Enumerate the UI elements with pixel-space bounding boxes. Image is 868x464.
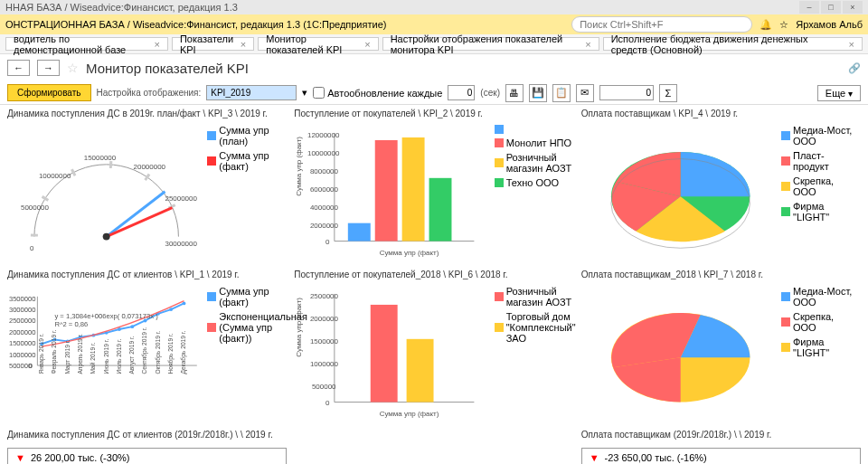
svg-rect-22 xyxy=(402,137,425,241)
maximize-button[interactable]: □ xyxy=(821,1,841,14)
svg-text:Август 2019 г.: Август 2019 г. xyxy=(128,336,136,374)
close-icon[interactable]: × xyxy=(585,39,590,50)
star-icon[interactable]: ☆ xyxy=(779,19,788,31)
svg-text:1500000: 1500000 xyxy=(310,336,339,345)
svg-text:2000000: 2000000 xyxy=(310,314,339,322)
search-input[interactable] xyxy=(571,16,752,33)
auto-refresh-checkbox[interactable]: Автообновление каждые xyxy=(313,87,442,99)
svg-text:Декабрь 2019 г.: Декабрь 2019 г. xyxy=(180,330,187,374)
bar-chart: Сумма упр (факт) 12000000 10000000 80000… xyxy=(294,121,492,262)
svg-text:Февраль 2019 г.: Февраль 2019 г. xyxy=(51,329,58,374)
svg-text:0: 0 xyxy=(29,361,33,369)
close-button[interactable]: × xyxy=(843,1,863,14)
svg-text:2000000: 2000000 xyxy=(310,222,339,230)
indicator-value: 26 200,00 тыс. (-30%) xyxy=(31,452,130,463)
svg-text:3500000: 3500000 xyxy=(9,294,36,302)
svg-text:3000000: 3000000 xyxy=(9,305,36,313)
display-select[interactable] xyxy=(206,85,297,100)
close-icon[interactable]: × xyxy=(849,39,854,50)
svg-text:Январь 2019 г.: Январь 2019 г. xyxy=(38,333,45,374)
svg-point-48 xyxy=(183,301,186,305)
svg-text:5000000: 5000000 xyxy=(21,204,50,212)
panel-title: Динамика поступления ДС от клиентов (201… xyxy=(7,430,287,440)
page-title: Монитор показателей KPI xyxy=(86,61,249,76)
more-button[interactable]: Еще ▾ xyxy=(817,85,861,101)
panel-title: Оплата поставщикам \ KPI_4 \ 2019 г. xyxy=(581,109,861,118)
panel-title: Поступление от покупателей \ KPI_2 \ 201… xyxy=(294,109,573,118)
minimize-button[interactable]: – xyxy=(799,1,819,14)
close-icon[interactable]: × xyxy=(241,39,246,50)
app-subtitle: ОНСТРАЦИОННАЯ БАЗА / Wiseadvice:Финансис… xyxy=(5,19,386,30)
indicator: ▼ -23 650,00 тыс. (-16%) xyxy=(581,448,861,464)
svg-text:2500000: 2500000 xyxy=(9,317,36,325)
tab-display-settings[interactable]: Настройки отображения показателей монито… xyxy=(382,37,599,51)
svg-text:Сумма упр (факт): Сумма упр (факт) xyxy=(295,297,303,356)
tab-demo[interactable]: водитель по демонстрационной базе× xyxy=(5,37,168,51)
sigma-button[interactable]: Σ xyxy=(659,84,677,102)
link-icon[interactable]: 🔗 xyxy=(848,62,861,74)
panel-line: Динамика поступления ДС от клиентов \ KP… xyxy=(7,270,287,423)
svg-text:Сумма упр (факт): Сумма упр (факт) xyxy=(380,249,439,257)
form-button[interactable]: Сформировать xyxy=(7,84,91,101)
close-icon[interactable]: × xyxy=(364,39,370,50)
display-label: Настройка отображения: xyxy=(97,88,202,98)
svg-point-44 xyxy=(130,325,134,328)
panel-gauge: Динамика поступления ДС в 2019г. план/фа… xyxy=(7,109,287,262)
svg-text:Июнь 2019 г.: Июнь 2019 г. xyxy=(103,338,109,374)
panel-title: Динамика поступления ДС в 2019г. план/фа… xyxy=(7,109,287,118)
svg-rect-20 xyxy=(348,223,371,241)
svg-text:0: 0 xyxy=(326,398,330,406)
user-label[interactable]: Ярхамов Альб xyxy=(796,19,863,30)
tab-kpi-monitor[interactable]: Монитор показателей KPI× xyxy=(258,37,378,51)
svg-text:Сумма упр (факт): Сумма упр (факт) xyxy=(295,137,303,196)
svg-text:8000000: 8000000 xyxy=(310,167,339,175)
gauge-chart: 0 5000000 10000000 15000000 20000000 250… xyxy=(7,121,205,262)
toolbar: Сформировать Настройка отображения: ▾ Ав… xyxy=(0,81,868,105)
pie-chart xyxy=(581,121,779,262)
panel-pie-2018: Оплата поставщикам_2018 \ KPI_7 \ 2018 г… xyxy=(581,270,861,423)
svg-text:0: 0 xyxy=(326,238,330,246)
line-chart: 3500000 3000000 2500000 2000000 1500000 … xyxy=(7,282,205,423)
app-title: ННАЯ БАЗА / Wiseadvice:Финансист, редакц… xyxy=(5,2,238,13)
svg-text:4000000: 4000000 xyxy=(310,204,339,212)
save-button[interactable]: 💾 xyxy=(529,84,547,102)
down-arrow-icon: ▼ xyxy=(15,452,25,463)
tab-budget[interactable]: Исполнение бюджета движения денежных сре… xyxy=(603,37,863,51)
panel-title: Динамика поступления ДС от клиентов \ KP… xyxy=(7,270,287,279)
tab-kpi-indicators[interactable]: Показатели KPI× xyxy=(172,37,254,51)
svg-rect-21 xyxy=(375,140,398,241)
panel-bar-2018: Поступление от покупателей_2018 \ KPI_6 … xyxy=(294,270,573,423)
svg-text:Ноябрь 2019 г.: Ноябрь 2019 г. xyxy=(167,333,175,374)
svg-text:500000: 500000 xyxy=(312,382,336,390)
page-header: ← → ☆ Монитор показателей KPI 🔗 xyxy=(0,54,868,81)
svg-text:Апрель 2019 г.: Апрель 2019 г. xyxy=(77,333,84,374)
svg-rect-72 xyxy=(371,304,398,402)
back-button[interactable]: ← xyxy=(7,60,30,76)
svg-text:Октябрь 2019 г.: Октябрь 2019 г. xyxy=(155,330,162,374)
panel-pie-2019: Оплата поставщикам \ KPI_4 \ 2019 г. Мед… xyxy=(581,109,861,262)
dropdown-icon[interactable]: ▾ xyxy=(302,87,307,99)
svg-text:15000000: 15000000 xyxy=(84,154,117,162)
mail-button[interactable]: ✉ xyxy=(576,84,594,102)
svg-text:30000000: 30000000 xyxy=(165,240,197,248)
svg-text:Март 2019 г.: Март 2019 г. xyxy=(64,339,71,374)
print-button[interactable]: 🖶 xyxy=(505,84,524,102)
svg-text:y = 1,3084e+006exp( 0,073173x : y = 1,3084e+006exp( 0,073173x ) xyxy=(54,311,158,319)
interval-input[interactable] xyxy=(448,85,475,100)
sum-input[interactable] xyxy=(599,85,654,100)
close-icon[interactable]: × xyxy=(154,39,159,50)
sec-label: (сек) xyxy=(480,88,500,98)
favorite-icon[interactable]: ☆ xyxy=(67,61,79,75)
panel-title: Оплата поставщикам (2019г./2018г.) \ \ 2… xyxy=(581,430,861,440)
svg-text:10000000: 10000000 xyxy=(307,149,340,157)
forward-button[interactable]: → xyxy=(37,60,60,76)
svg-text:Май 2019 г.: Май 2019 г. xyxy=(90,342,96,374)
legend: Медиа-Мост, ООО Скрепка, ООО Фирма "LIGH… xyxy=(779,282,861,423)
svg-text:12000000: 12000000 xyxy=(307,131,340,139)
bell-icon[interactable]: 🔔 xyxy=(760,19,772,31)
copy-button[interactable]: 📋 xyxy=(552,84,571,102)
down-arrow-icon: ▼ xyxy=(590,452,599,463)
svg-text:Июль 2019 г.: Июль 2019 г. xyxy=(116,338,122,374)
legend: Сумма упр (план) Сумма упр (факт) xyxy=(205,121,287,262)
svg-text:10000000: 10000000 xyxy=(39,172,71,180)
